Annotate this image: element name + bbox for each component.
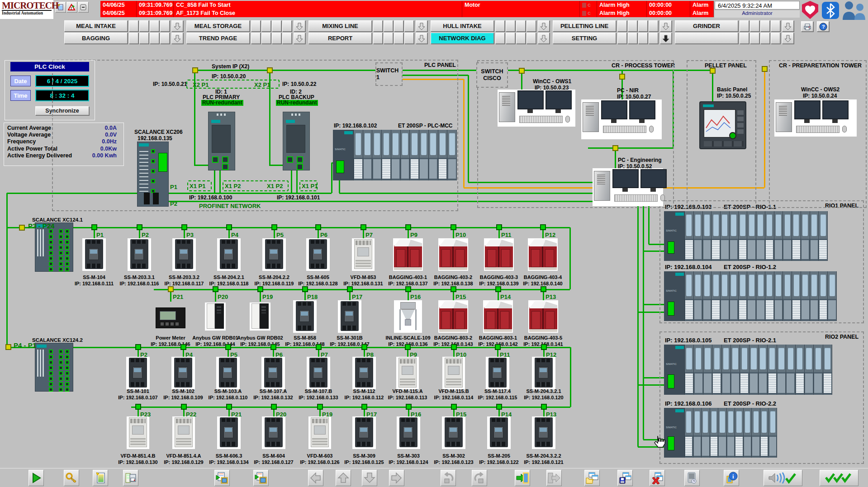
menu-slot-button[interactable] [760,20,770,32]
scalance-xc124-switch[interactable] [35,343,73,392]
scalance-xc206-switch[interactable] [137,142,169,207]
device-ss-m-858[interactable] [293,300,317,333]
device-ss-m-204-3-2-1[interactable] [532,357,555,389]
menu-slot-button[interactable] [272,20,281,32]
device-power-meter[interactable] [156,307,185,328]
device-ss-m-301b[interactable] [338,300,361,333]
ack-all-button[interactable] [820,470,859,486]
menu-expand-button[interactable] [416,33,427,44]
menu-slot-button[interactable] [139,20,149,32]
menu-slot-button[interactable] [404,20,414,32]
nav-left-button[interactable] [308,470,323,486]
menu-slot-button[interactable] [740,33,749,44]
menu-slot-button[interactable] [771,33,780,44]
device-vfd-m-851-4-a[interactable] [172,416,195,449]
audio-ack-button[interactable] [764,470,802,486]
menu-slot-button[interactable] [526,20,536,32]
device-ss-m-204-3-2-2[interactable] [532,416,555,449]
menu-expand-button[interactable] [294,33,305,44]
alarm-warning-button[interactable]: ! [66,2,77,13]
menu-expand-button[interactable] [782,20,794,32]
menu-slot-button[interactable] [129,33,138,44]
menu-expand-button[interactable] [171,20,183,32]
device-ss-m-604[interactable] [262,416,285,449]
close-window-button[interactable] [650,470,665,486]
device-bagging-403-4[interactable] [528,238,558,271]
menu-bagging[interactable]: BAGGING [64,33,128,44]
device-ss-m-203-3-2[interactable] [172,238,196,271]
nav-up-button[interactable] [336,470,351,486]
device-inline-scale-109[interactable] [394,300,422,333]
menu-slot-button[interactable] [750,33,759,44]
redo-button[interactable] [472,470,487,486]
menu-expand-button[interactable] [416,20,427,32]
rio-profinet-connector[interactable] [668,241,674,254]
menu-slot-button[interactable] [628,33,637,44]
pc-nir-workstation[interactable] [581,99,662,139]
device-bagging-803-2[interactable] [438,300,468,333]
menu-slot-button[interactable] [129,20,138,32]
menu-slot-button[interactable] [516,20,526,32]
menu-slot-button[interactable] [404,33,414,44]
device-ss-m-303[interactable] [397,416,420,449]
menu-slot-button[interactable] [373,33,383,44]
menu-report[interactable]: REPORT [308,33,372,44]
device-ss-m-101[interactable] [126,357,150,389]
basic-panel-hmi[interactable] [699,101,746,149]
device-bagging-403-3[interactable] [484,238,514,271]
et200sp-plc-mcc-rack[interactable]: SIMATIC [333,130,457,180]
menu-slot-button[interactable] [526,33,536,44]
device-ss-m-606-3[interactable] [217,416,241,449]
wincc-ows2-workstation[interactable] [774,99,857,137]
et200sp-rio-rack-4[interactable]: SIMATIC [664,408,777,458]
wincc-ows1-workstation[interactable] [498,90,575,127]
open-window-button[interactable] [584,470,600,486]
menu-trend-page[interactable]: TREND PAGE [186,33,250,44]
menu-expand-button[interactable] [294,20,305,32]
menu-expand-button[interactable] [782,33,794,44]
menu-slot-button[interactable] [261,20,271,32]
menu-slot-button[interactable] [251,33,261,44]
menu-expand-button[interactable] [660,20,672,32]
save-window-button[interactable] [617,470,633,486]
menu-mixing-line[interactable]: MIXING LINE [308,20,372,32]
menu-expand-button[interactable] [660,33,672,44]
menu-expand-button[interactable] [171,33,183,44]
device-ss-m-104[interactable] [82,238,106,271]
device-ss-m-605[interactable] [306,238,330,271]
menu-setting[interactable]: SETTING [553,33,616,44]
nav-down-button[interactable] [362,470,377,486]
pc-engineering-workstation[interactable] [593,168,663,206]
device-ss-m-102[interactable] [171,357,195,389]
pause-button[interactable] [78,2,89,13]
device-ss-m-302[interactable] [442,416,465,449]
device-ss-m-204-2-1[interactable] [217,238,241,271]
menu-expand-button[interactable] [538,20,550,32]
rio-profinet-connector[interactable] [668,302,674,316]
run-button[interactable] [28,470,44,486]
print-report-button[interactable] [123,470,138,486]
login-button[interactable] [515,470,530,486]
device-ss-m-117-4[interactable] [486,357,509,389]
help-button[interactable]: ? [817,21,829,32]
menu-slot-button[interactable] [506,20,515,32]
menu-slot-button[interactable] [760,33,770,44]
menu-slot-button[interactable] [251,20,261,32]
menu-slot-button[interactable] [282,33,292,44]
menu-slot-button[interactable] [638,33,648,44]
et200sp-rio-rack-2[interactable]: SIMATIC [664,271,837,321]
print-button[interactable] [801,21,813,32]
menu-slot-button[interactable] [617,20,627,32]
menu-network-diag[interactable]: NETWORK DIAG [431,33,494,44]
menu-slot-button[interactable] [750,20,759,32]
key-button[interactable] [64,470,79,486]
new-report-button[interactable] [93,470,108,486]
export-button[interactable] [214,470,230,486]
device-ss-m-309[interactable] [352,416,376,449]
menu-slot-button[interactable] [394,33,403,44]
device-ss-m-203-3-1[interactable] [128,238,151,271]
menu-slot-button[interactable] [160,33,170,44]
menu-slot-button[interactable] [638,20,648,32]
menu-slot-button[interactable] [506,33,515,44]
logout-button[interactable] [546,470,562,486]
